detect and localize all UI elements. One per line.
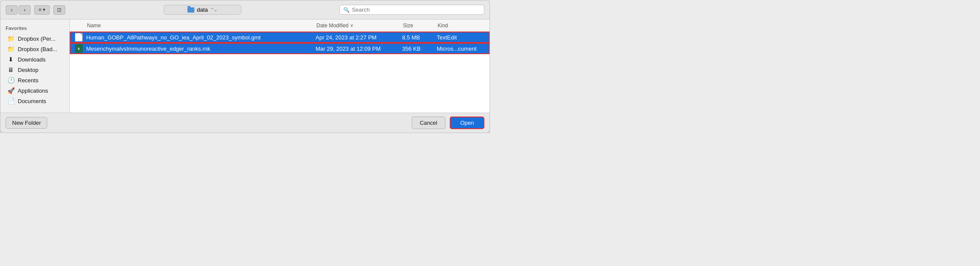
sidebar-item-label: Downloads <box>18 56 45 63</box>
file-name-label: Human_GOBP_AllPathways_no_GO_iea_April_0… <box>86 34 261 41</box>
chevron-icon: ⌃⌄ <box>210 7 217 12</box>
search-bar[interactable]: 🔍 <box>339 5 484 15</box>
open-button[interactable]: Open <box>450 117 484 129</box>
cancel-button[interactable]: Cancel <box>412 117 445 129</box>
documents-icon: 📄 <box>7 97 14 104</box>
file-icon-excel: X <box>75 44 83 53</box>
sidebar-item-label: Applications <box>18 88 48 94</box>
file-area: Name Date Modified ∨ Size Kind Human_GOB… <box>70 19 490 113</box>
sort-arrow-icon: ∨ <box>350 23 353 28</box>
file-kind-label: Micros...cument <box>437 45 489 52</box>
bottom-bar: New Folder Cancel Open <box>0 113 490 133</box>
sidebar: Favorites 📁 Dropbox (Per... 📁 Dropbox (B… <box>0 19 70 113</box>
sidebar-item-documents[interactable]: 📄 Documents <box>2 96 68 106</box>
back-button[interactable]: ‹ <box>6 5 18 15</box>
file-size-label: 8.5 MB <box>402 34 437 41</box>
table-row[interactable]: Human_GOBP_AllPathways_no_GO_iea_April_0… <box>70 32 490 43</box>
sidebar-item-label: Dropbox (Bad... <box>18 46 57 52</box>
col-date-header[interactable]: Date Modified ∨ <box>316 23 403 29</box>
date-modified-label: Date Modified <box>316 23 348 29</box>
download-icon: ⬇ <box>7 56 14 63</box>
file-date-label: Apr 24, 2023 at 2:27 PM <box>316 34 402 41</box>
action-button[interactable]: ⊡ <box>53 5 65 15</box>
folder-icon: 📁 <box>7 35 14 42</box>
sidebar-item-desktop[interactable]: 🖥 Desktop <box>2 65 68 75</box>
sidebar-item-downloads[interactable]: ⬇ Downloads <box>2 54 68 65</box>
file-row-name: X MesenchymalvsImmunoreactive_edger_rank… <box>71 44 316 53</box>
table-row[interactable]: X MesenchymalvsImmunoreactive_edger_rank… <box>70 43 490 54</box>
toolbar: ‹ › ≡ ▾ ⊡ data ⌃⌄ 🔍 <box>0 0 490 19</box>
sidebar-item-label: Documents <box>18 98 46 104</box>
file-size-label: 356 KB <box>402 45 437 52</box>
sidebar-item-label: Recents <box>18 77 39 84</box>
file-row-name: Human_GOBP_AllPathways_no_GO_iea_April_0… <box>71 33 316 42</box>
nav-buttons: ‹ › <box>6 5 31 15</box>
location-pill[interactable]: data ⌃⌄ <box>164 5 242 15</box>
file-list: Human_GOBP_AllPathways_no_GO_iea_April_0… <box>70 32 490 113</box>
sidebar-item-label: Desktop <box>18 67 39 73</box>
file-dialog: ‹ › ≡ ▾ ⊡ data ⌃⌄ 🔍 Favorites 📁 Dropbox … <box>0 0 490 133</box>
folder-icon: 📁 <box>7 45 14 52</box>
file-icon-txt <box>75 33 83 42</box>
location-label: data <box>197 6 208 13</box>
sidebar-item-label: Dropbox (Per... <box>18 36 55 42</box>
sidebar-item-dropbox-per[interactable]: 📁 Dropbox (Per... <box>2 33 68 44</box>
forward-button[interactable]: › <box>19 5 31 15</box>
sidebar-item-recents[interactable]: 🕐 Recents <box>2 75 68 85</box>
col-size-header[interactable]: Size <box>403 23 438 29</box>
col-kind-header[interactable]: Kind <box>438 23 490 29</box>
desktop-icon: 🖥 <box>7 66 14 73</box>
recents-icon: 🕐 <box>7 77 14 84</box>
file-name-label: MesenchymalvsImmunoreactive_edger_ranks.… <box>86 45 210 52</box>
applications-icon: 🚀 <box>7 87 14 94</box>
sidebar-item-applications[interactable]: 🚀 Applications <box>2 85 68 96</box>
new-folder-button[interactable]: New Folder <box>6 117 47 129</box>
folder-icon <box>187 7 194 13</box>
view-button[interactable]: ≡ ▾ <box>34 5 50 15</box>
bottom-right-buttons: Cancel Open <box>412 117 484 129</box>
location-bar: data ⌃⌄ <box>69 5 336 15</box>
sidebar-item-dropbox-bad[interactable]: 📁 Dropbox (Bad... <box>2 44 68 54</box>
col-name-header[interactable]: Name <box>70 23 316 29</box>
search-input[interactable] <box>352 6 480 13</box>
search-icon: 🔍 <box>343 7 350 13</box>
main-content: Favorites 📁 Dropbox (Per... 📁 Dropbox (B… <box>0 19 490 113</box>
file-kind-label: TextEdit <box>437 34 489 41</box>
column-header: Name Date Modified ∨ Size Kind <box>70 19 490 32</box>
file-date-label: Mar 29, 2023 at 12:09 PM <box>316 45 402 52</box>
favorites-label: Favorites <box>0 24 69 33</box>
